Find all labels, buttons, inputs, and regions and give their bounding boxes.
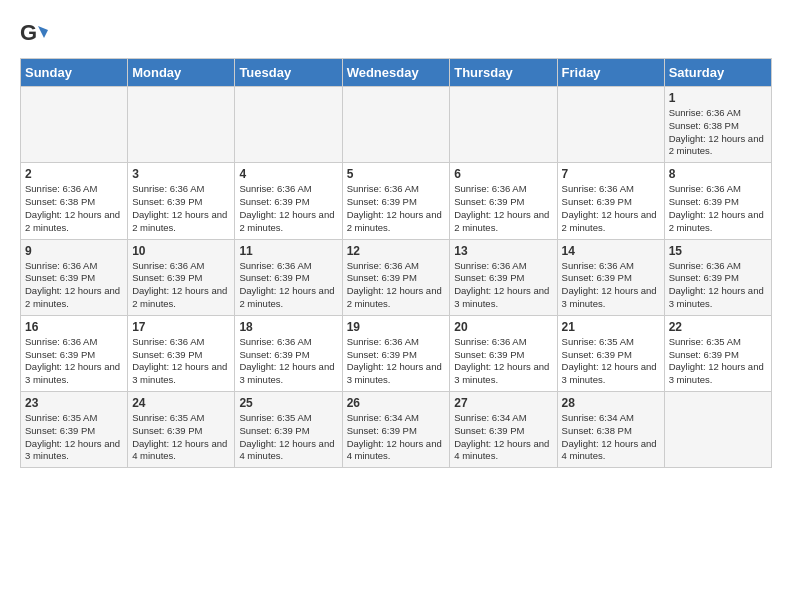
day-number: 27 [454,396,552,410]
calendar-cell: 14Sunrise: 6:36 AM Sunset: 6:39 PM Dayli… [557,239,664,315]
day-number: 13 [454,244,552,258]
calendar-cell: 26Sunrise: 6:34 AM Sunset: 6:39 PM Dayli… [342,392,450,468]
logo-icon: G [20,20,48,48]
calendar-cell [21,87,128,163]
day-info: Sunrise: 6:36 AM Sunset: 6:39 PM Dayligh… [454,260,552,311]
calendar-cell [342,87,450,163]
calendar-cell: 10Sunrise: 6:36 AM Sunset: 6:39 PM Dayli… [128,239,235,315]
calendar-week-row: 16Sunrise: 6:36 AM Sunset: 6:39 PM Dayli… [21,315,772,391]
day-info: Sunrise: 6:36 AM Sunset: 6:39 PM Dayligh… [239,183,337,234]
calendar-cell [557,87,664,163]
calendar-cell: 22Sunrise: 6:35 AM Sunset: 6:39 PM Dayli… [664,315,771,391]
day-number: 7 [562,167,660,181]
logo: G [20,20,52,48]
calendar-cell: 28Sunrise: 6:34 AM Sunset: 6:38 PM Dayli… [557,392,664,468]
day-info: Sunrise: 6:36 AM Sunset: 6:39 PM Dayligh… [132,260,230,311]
day-info: Sunrise: 6:36 AM Sunset: 6:38 PM Dayligh… [669,107,767,158]
calendar-week-row: 1Sunrise: 6:36 AM Sunset: 6:38 PM Daylig… [21,87,772,163]
day-info: Sunrise: 6:36 AM Sunset: 6:39 PM Dayligh… [239,336,337,387]
header: G [20,20,772,48]
days-of-week-row: SundayMondayTuesdayWednesdayThursdayFrid… [21,59,772,87]
day-number: 14 [562,244,660,258]
day-of-week-header: Thursday [450,59,557,87]
day-of-week-header: Monday [128,59,235,87]
day-number: 19 [347,320,446,334]
day-number: 26 [347,396,446,410]
calendar-cell: 27Sunrise: 6:34 AM Sunset: 6:39 PM Dayli… [450,392,557,468]
calendar-cell: 12Sunrise: 6:36 AM Sunset: 6:39 PM Dayli… [342,239,450,315]
day-info: Sunrise: 6:35 AM Sunset: 6:39 PM Dayligh… [562,336,660,387]
day-of-week-header: Saturday [664,59,771,87]
day-info: Sunrise: 6:34 AM Sunset: 6:38 PM Dayligh… [562,412,660,463]
day-info: Sunrise: 6:36 AM Sunset: 6:39 PM Dayligh… [454,183,552,234]
day-number: 4 [239,167,337,181]
day-info: Sunrise: 6:36 AM Sunset: 6:39 PM Dayligh… [562,183,660,234]
day-number: 18 [239,320,337,334]
calendar-cell: 2Sunrise: 6:36 AM Sunset: 6:38 PM Daylig… [21,163,128,239]
svg-marker-1 [38,26,48,38]
day-number: 17 [132,320,230,334]
day-number: 9 [25,244,123,258]
day-info: Sunrise: 6:34 AM Sunset: 6:39 PM Dayligh… [347,412,446,463]
calendar-cell [664,392,771,468]
calendar-cell: 19Sunrise: 6:36 AM Sunset: 6:39 PM Dayli… [342,315,450,391]
day-info: Sunrise: 6:36 AM Sunset: 6:38 PM Dayligh… [25,183,123,234]
day-info: Sunrise: 6:35 AM Sunset: 6:39 PM Dayligh… [669,336,767,387]
day-info: Sunrise: 6:36 AM Sunset: 6:39 PM Dayligh… [132,183,230,234]
svg-text:G: G [20,20,37,45]
calendar-cell: 13Sunrise: 6:36 AM Sunset: 6:39 PM Dayli… [450,239,557,315]
calendar: SundayMondayTuesdayWednesdayThursdayFrid… [20,58,772,468]
day-of-week-header: Wednesday [342,59,450,87]
day-of-week-header: Sunday [21,59,128,87]
day-number: 8 [669,167,767,181]
day-number: 15 [669,244,767,258]
day-info: Sunrise: 6:36 AM Sunset: 6:39 PM Dayligh… [25,260,123,311]
day-info: Sunrise: 6:36 AM Sunset: 6:39 PM Dayligh… [25,336,123,387]
calendar-cell: 8Sunrise: 6:36 AM Sunset: 6:39 PM Daylig… [664,163,771,239]
calendar-cell: 25Sunrise: 6:35 AM Sunset: 6:39 PM Dayli… [235,392,342,468]
calendar-body: 1Sunrise: 6:36 AM Sunset: 6:38 PM Daylig… [21,87,772,468]
day-of-week-header: Friday [557,59,664,87]
day-info: Sunrise: 6:36 AM Sunset: 6:39 PM Dayligh… [347,260,446,311]
day-number: 3 [132,167,230,181]
calendar-cell: 18Sunrise: 6:36 AM Sunset: 6:39 PM Dayli… [235,315,342,391]
day-number: 1 [669,91,767,105]
day-number: 20 [454,320,552,334]
day-info: Sunrise: 6:36 AM Sunset: 6:39 PM Dayligh… [454,336,552,387]
calendar-cell [128,87,235,163]
day-info: Sunrise: 6:34 AM Sunset: 6:39 PM Dayligh… [454,412,552,463]
calendar-week-row: 2Sunrise: 6:36 AM Sunset: 6:38 PM Daylig… [21,163,772,239]
day-info: Sunrise: 6:36 AM Sunset: 6:39 PM Dayligh… [347,336,446,387]
day-number: 21 [562,320,660,334]
calendar-cell: 1Sunrise: 6:36 AM Sunset: 6:38 PM Daylig… [664,87,771,163]
calendar-cell: 16Sunrise: 6:36 AM Sunset: 6:39 PM Dayli… [21,315,128,391]
day-info: Sunrise: 6:35 AM Sunset: 6:39 PM Dayligh… [239,412,337,463]
day-number: 24 [132,396,230,410]
day-info: Sunrise: 6:36 AM Sunset: 6:39 PM Dayligh… [562,260,660,311]
calendar-cell: 21Sunrise: 6:35 AM Sunset: 6:39 PM Dayli… [557,315,664,391]
day-info: Sunrise: 6:36 AM Sunset: 6:39 PM Dayligh… [669,260,767,311]
calendar-cell [450,87,557,163]
calendar-cell: 24Sunrise: 6:35 AM Sunset: 6:39 PM Dayli… [128,392,235,468]
day-info: Sunrise: 6:35 AM Sunset: 6:39 PM Dayligh… [132,412,230,463]
day-number: 2 [25,167,123,181]
day-number: 11 [239,244,337,258]
calendar-cell: 15Sunrise: 6:36 AM Sunset: 6:39 PM Dayli… [664,239,771,315]
calendar-cell: 4Sunrise: 6:36 AM Sunset: 6:39 PM Daylig… [235,163,342,239]
calendar-week-row: 9Sunrise: 6:36 AM Sunset: 6:39 PM Daylig… [21,239,772,315]
day-number: 5 [347,167,446,181]
calendar-cell: 5Sunrise: 6:36 AM Sunset: 6:39 PM Daylig… [342,163,450,239]
day-number: 28 [562,396,660,410]
calendar-cell: 23Sunrise: 6:35 AM Sunset: 6:39 PM Dayli… [21,392,128,468]
day-number: 16 [25,320,123,334]
day-info: Sunrise: 6:36 AM Sunset: 6:39 PM Dayligh… [239,260,337,311]
day-number: 25 [239,396,337,410]
day-number: 6 [454,167,552,181]
day-number: 22 [669,320,767,334]
day-info: Sunrise: 6:36 AM Sunset: 6:39 PM Dayligh… [132,336,230,387]
calendar-cell: 17Sunrise: 6:36 AM Sunset: 6:39 PM Dayli… [128,315,235,391]
day-info: Sunrise: 6:36 AM Sunset: 6:39 PM Dayligh… [669,183,767,234]
day-number: 23 [25,396,123,410]
calendar-cell: 11Sunrise: 6:36 AM Sunset: 6:39 PM Dayli… [235,239,342,315]
day-number: 10 [132,244,230,258]
